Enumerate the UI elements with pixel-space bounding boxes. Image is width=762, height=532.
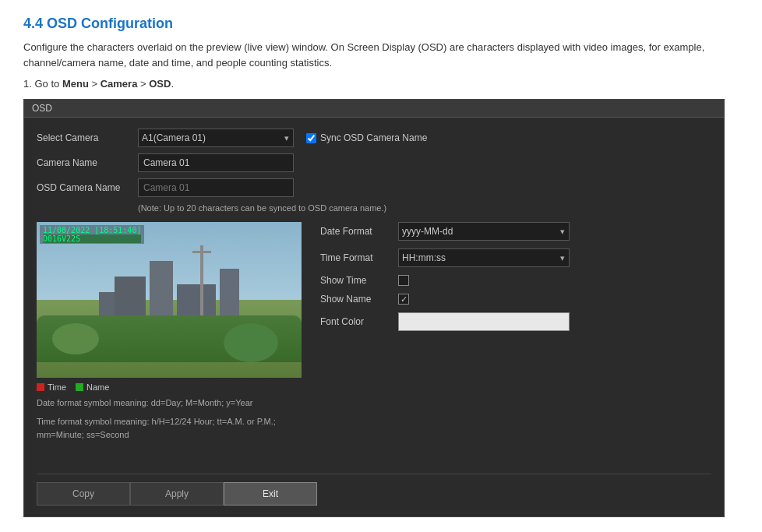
time-format-note: Time format symbol meaning: h/H=12/24 Ho…	[37, 415, 302, 442]
sync-osd-label[interactable]: Sync OSD Camera Name	[306, 132, 427, 143]
font-color-row: Font Color	[320, 312, 711, 331]
sync-osd-text: Sync OSD Camera Name	[320, 132, 427, 143]
osd-time-overlay: 11/08/2022 [18:51:40]	[43, 226, 141, 234]
osd-camera-name-row: OSD Camera Name	[37, 178, 711, 197]
time-format-select[interactable]: HH:mm:ss	[398, 248, 570, 267]
preview-image: 11/08/2022 [18:51:40] D016V22S	[37, 222, 302, 378]
copy-button[interactable]: Copy	[37, 482, 130, 506]
show-time-label: Show Time	[320, 275, 398, 286]
date-format-note: Date format symbol meaning: dd=Day; M=Mo…	[37, 396, 302, 410]
camera-bg	[37, 222, 302, 378]
osd-name-overlay: D016V22S	[43, 234, 141, 243]
camera-name-row: Camera Name	[37, 153, 711, 172]
select-camera-row: Select Camera A1(Camera 01) Sync OSD Cam…	[37, 129, 711, 147]
legend-name: Name	[76, 382, 109, 392]
time-format-wrapper: HH:mm:ss	[398, 248, 570, 267]
legend-area: Time Name	[37, 382, 302, 392]
menu-link: Menu	[62, 78, 89, 90]
osd-camera-name-input[interactable]	[138, 178, 294, 197]
time-format-label: Time Format	[320, 252, 398, 263]
preview-settings-area: 11/08/2022 [18:51:40] D016V22S Time Name	[37, 222, 711, 442]
date-format-select[interactable]: yyyy-MM-dd	[398, 222, 570, 241]
camera-name-input[interactable]	[138, 153, 294, 172]
goto-text: Go to	[34, 78, 62, 90]
legend-time: Time	[37, 382, 66, 392]
legend-name-label: Name	[86, 382, 109, 392]
show-time-checkbox[interactable]	[398, 275, 409, 286]
show-name-label: Show Name	[320, 294, 398, 305]
camera-name-label: Camera Name	[37, 157, 138, 168]
sync-osd-checkbox[interactable]	[306, 133, 316, 143]
time-format-row: Time Format HH:mm:ss	[320, 248, 711, 267]
show-time-row: Show Time	[320, 275, 711, 286]
legend-dot-green	[76, 383, 83, 391]
select-camera-dropdown[interactable]: A1(Camera 01)	[138, 129, 294, 147]
settings-area: Date Format yyyy-MM-dd Time Format HH:mm…	[320, 222, 711, 442]
exit-button[interactable]: Exit	[224, 482, 317, 506]
tower-arm	[192, 251, 211, 253]
foliage3	[224, 323, 278, 362]
osd-panel-body: Select Camera A1(Camera 01) Sync OSD Cam…	[24, 118, 724, 516]
intro-text: Configure the characters overlaid on the…	[23, 40, 739, 70]
select-camera-wrapper: A1(Camera 01)	[138, 129, 294, 147]
font-color-label: Font Color	[320, 316, 398, 327]
osd-camera-name-label: OSD Camera Name	[37, 182, 138, 193]
show-name-row: Show Name	[320, 294, 711, 305]
legend-time-label: Time	[48, 382, 66, 392]
legend-dot-red	[37, 383, 44, 391]
osd-link: OSD	[149, 78, 171, 90]
show-name-checkbox[interactable]	[398, 294, 409, 305]
page-title: 4.4 OSD Configuration	[23, 16, 739, 32]
camera-link: Camera	[101, 78, 138, 90]
font-color-picker[interactable]	[398, 312, 570, 331]
goto-menu: 1. Go to Menu > Camera > OSD.	[23, 78, 739, 90]
preview-area: 11/08/2022 [18:51:40] D016V22S Time Name	[37, 222, 302, 442]
date-format-wrapper: yyyy-MM-dd	[398, 222, 570, 241]
date-format-label: Date Format	[320, 226, 398, 237]
date-format-row: Date Format yyyy-MM-dd	[320, 222, 711, 241]
select-camera-label: Select Camera	[37, 132, 138, 143]
osd-note: (Note: Up to 20 characters can be synced…	[138, 203, 711, 213]
foliage2	[52, 323, 99, 354]
apply-button[interactable]: Apply	[130, 482, 224, 506]
footer-buttons: Copy Apply Exit	[37, 474, 711, 506]
osd-panel-header: OSD	[24, 100, 724, 118]
osd-overlay: 11/08/2022 [18:51:40] D016V22S	[40, 225, 144, 244]
osd-panel: OSD Select Camera A1(Camera 01) Sync OSD…	[23, 99, 725, 517]
